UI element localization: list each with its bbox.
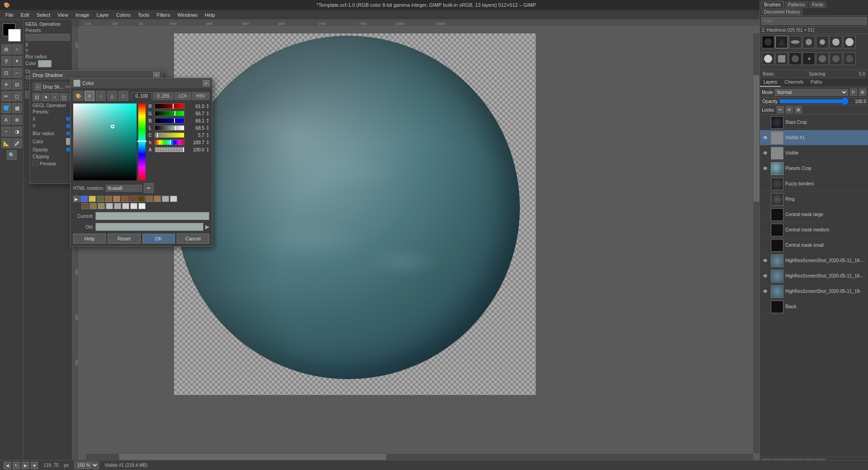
layer-row-screenshot3[interactable]: 👁 HighResScreenShot_2020-05-11_18- (760, 284, 868, 299)
layer-row-central-medium[interactable]: Central mask medium (760, 222, 868, 238)
layer-row-fuzzy[interactable]: Fuzzy borders (760, 176, 868, 192)
tab-patterns[interactable]: Patterns (785, 1, 808, 8)
layer-row-screenshot1[interactable]: 👁 HighResScreenShot_2020-05-11_18-35-56. (760, 253, 868, 268)
cd-range-0-100[interactable]: 0..100 (131, 92, 152, 100)
statusbar-stop-btn[interactable]: ■ (31, 462, 38, 469)
menu-windows[interactable]: Windows (174, 11, 201, 19)
cd-close-btn[interactable]: × (203, 80, 209, 86)
layer-visibility-stars-crop[interactable] (762, 119, 769, 126)
l-track[interactable] (155, 125, 184, 131)
crop-tool[interactable]: ⊡ (1, 68, 11, 78)
dsd-preview-checkbox[interactable]: ✓ (33, 161, 38, 166)
h-track[interactable] (155, 140, 184, 145)
g-arrows[interactable]: ▲ ▼ (206, 111, 209, 116)
fill-tool[interactable]: 🪣 (1, 103, 11, 113)
cd-help-btn[interactable]: Help (73, 234, 106, 244)
layer-visibility-fuzzy[interactable] (762, 180, 769, 188)
colorpicker-tool[interactable]: 💉 (12, 138, 22, 148)
text-tool[interactable]: A (1, 115, 11, 125)
dsd-icon1[interactable]: ⊡ (33, 93, 41, 101)
align-tool[interactable]: ⊟ (12, 80, 22, 89)
lock-pixels-btn[interactable]: ✏ (777, 106, 784, 113)
cd-swatch-5[interactable] (113, 196, 120, 202)
brush-swatch-12[interactable] (816, 52, 829, 65)
hscroll-thumb[interactable] (119, 454, 386, 460)
cd-swatch-19[interactable] (130, 203, 137, 209)
fuzzy-select-tool[interactable]: ✦ (12, 56, 22, 66)
b-track[interactable] (155, 118, 184, 123)
rect-select-tool[interactable]: ⊞ (1, 44, 11, 54)
c-track[interactable] (155, 132, 184, 138)
cd-html-copy-btn[interactable]: ✏ (144, 183, 154, 193)
move-tool[interactable]: ✛ (1, 80, 11, 89)
brush-swatch-2[interactable] (775, 36, 788, 48)
eraser-tool[interactable]: ◻ (12, 91, 22, 101)
a-arrows[interactable]: ▲ ▼ (206, 147, 209, 152)
statusbar-zoom-select[interactable]: 150 % 100 % 200 % (74, 461, 99, 469)
cd-swatch-16[interactable] (106, 203, 113, 209)
cd-icon-square[interactable]: □ (118, 91, 128, 101)
brush-swatch-6[interactable] (830, 36, 842, 48)
lock-position-btn[interactable]: ✛ (786, 106, 793, 113)
r-track[interactable] (155, 103, 184, 109)
dsd-icon4[interactable]: ◻ (60, 93, 68, 101)
brush-swatch-3[interactable] (789, 36, 802, 48)
menu-layer[interactable]: Layer (93, 11, 113, 19)
r-arrows[interactable]: ▲ ▼ (206, 103, 209, 109)
cd-tab-lch[interactable]: LCh (175, 92, 191, 100)
cd-swatch-18[interactable] (122, 203, 129, 209)
color-arrow-btn[interactable]: ▶ (205, 224, 209, 230)
menu-file[interactable]: File (2, 11, 17, 19)
mode-lock-btn[interactable]: ⊞ (859, 89, 866, 96)
transform-tool[interactable]: ↔ (12, 68, 22, 78)
tab-document-history[interactable]: Document History (761, 8, 803, 15)
brush-swatch-8[interactable] (762, 52, 774, 65)
gradient-tool[interactable]: ▦ (12, 103, 22, 113)
cd-swatch-3[interactable] (97, 196, 104, 202)
cd-ok-btn[interactable]: OK (142, 234, 175, 244)
layer-visibility-central-medium[interactable] (762, 226, 769, 234)
ellipse-select-tool[interactable]: ○ (12, 44, 22, 54)
c-arrows[interactable]: ▲ ▼ (206, 132, 209, 138)
cd-swatch-8[interactable] (137, 196, 145, 202)
cd-swatch-4[interactable] (105, 196, 112, 202)
cd-swatch-11[interactable] (162, 196, 169, 202)
layer-visibility-screenshot3[interactable]: 👁 (762, 288, 769, 295)
sv-square[interactable] (73, 103, 137, 180)
paint-tool[interactable]: ✏ (1, 91, 11, 101)
vscroll-thumb[interactable] (754, 75, 759, 202)
brush-swatch-1[interactable] (762, 36, 774, 48)
cd-swatch-13[interactable] (81, 203, 89, 209)
menu-select[interactable]: Select (33, 11, 54, 19)
layer-row-ring[interactable]: Ring (760, 192, 868, 207)
brush-swatch-10[interactable] (789, 52, 802, 65)
tab-paths[interactable]: Paths (807, 78, 826, 87)
horizontal-scrollbar[interactable] (86, 454, 753, 460)
mode-refresh-btn[interactable]: ↻ (850, 89, 857, 96)
layer-visibility-black[interactable] (762, 303, 769, 310)
cd-swatch-6[interactable] (121, 196, 128, 202)
cd-cancel-btn[interactable]: Cancel (177, 234, 209, 244)
smudge-tool[interactable]: ~ (1, 127, 11, 136)
h-arrows[interactable]: ▲ ▼ (206, 140, 209, 145)
cd-icon-circle[interactable]: ○ (96, 91, 106, 101)
cd-swatch-17[interactable] (114, 203, 121, 209)
b-arrows[interactable]: ▲ ▼ (206, 118, 209, 123)
lock-alpha-btn[interactable]: ⊠ (795, 106, 802, 113)
cd-range-0-255[interactable]: 0..255 (153, 92, 174, 100)
cd-tab-hsv[interactable]: HSV (192, 92, 209, 100)
layer-row-visible1[interactable]: 👁 Visible #1 (760, 130, 868, 146)
layer-visibility-central-small[interactable] (762, 242, 769, 249)
menu-view[interactable]: View (54, 11, 72, 19)
measure-tool[interactable]: 📐 (1, 138, 11, 148)
menu-filters[interactable]: Filters (153, 11, 174, 19)
cd-swatch-15[interactable] (98, 203, 105, 209)
brush-filter-input[interactable] (761, 17, 867, 25)
layer-visibility-planets-crop[interactable]: 👁 (762, 165, 769, 172)
cd-titlebar[interactable]: Color × (71, 78, 212, 88)
brush-swatch-9[interactable] (775, 52, 788, 65)
cd-swatch-14[interactable] (90, 203, 97, 209)
menu-tools[interactable]: Tools (134, 11, 153, 19)
statusbar-prev-btn[interactable]: ◀ (4, 462, 11, 469)
statusbar-next-btn[interactable]: ▶ (22, 462, 29, 469)
